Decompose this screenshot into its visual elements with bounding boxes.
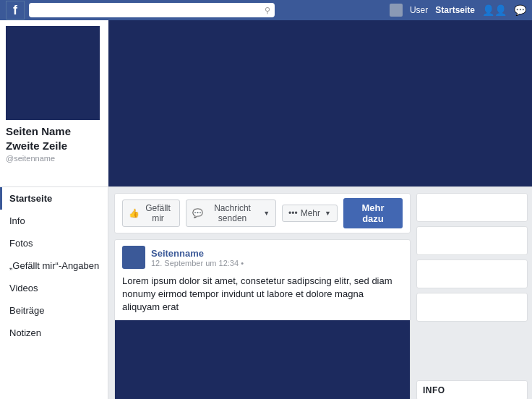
message-button[interactable]: 💬 Nachricht senden ▼ (186, 200, 276, 227)
more-dropdown-arrow: ▼ (325, 210, 331, 217)
user-avatar (390, 4, 403, 17)
right-block-2 (416, 226, 528, 255)
right-block-4 (416, 293, 528, 322)
post-card: Seitenname 12. September um 12:34 • Lore… (114, 239, 411, 399)
thumbs-up-icon: 👍 (129, 208, 140, 218)
page-wrapper: Seiten Name Zweite Zeile @seitenname Sta… (0, 20, 532, 399)
user-label: User (410, 5, 428, 15)
facebook-logo[interactable]: f (6, 1, 25, 20)
sidebar-item-notizen[interactable]: Notizen (0, 322, 108, 344)
left-column: Seiten Name Zweite Zeile @seitenname (0, 20, 108, 186)
post-meta: Seitenname 12. September um 12:34 • (151, 248, 244, 267)
mehr-dazu-button[interactable]: Mehr dazu (343, 198, 403, 228)
sidebar-item-info[interactable]: Info (0, 210, 108, 232)
post-avatar (122, 246, 145, 269)
post-date: 12. September um 12:34 • (151, 259, 244, 267)
like-button[interactable]: 👍 Gefällt mir (122, 200, 180, 227)
top-navigation: f ⚲ User Startseite 👤👤 💬 (0, 0, 532, 20)
page-handle: @seitenname (6, 154, 55, 163)
message-dropdown-arrow: ▼ (263, 210, 270, 217)
search-icon: ⚲ (265, 6, 270, 15)
sidebar-item-fotos[interactable]: Fotos (0, 232, 108, 254)
cover-photo (108, 20, 532, 186)
sidebar-item-startseite[interactable]: Startseite (0, 187, 108, 210)
post-image (115, 320, 410, 399)
info-block: INFO (416, 380, 528, 399)
sidebar-item-beitraege[interactable]: Beiträge (0, 299, 108, 322)
more-button[interactable]: ••• Mehr ▼ (282, 205, 338, 222)
message-icon: 💬 (192, 208, 203, 218)
profile-picture (6, 26, 100, 120)
right-sidebar: INFO (416, 187, 532, 399)
nav-right-area: User Startseite 👤👤 💬 (390, 4, 526, 17)
search-bar[interactable]: ⚲ (29, 3, 275, 17)
messages-icon[interactable]: 💬 (514, 4, 526, 16)
sidebar-item-videos[interactable]: Videos (0, 277, 108, 299)
post-header: Seitenname 12. September um 12:34 • (115, 240, 410, 272)
action-bar: 👍 Gefällt mir 💬 Nachricht senden ▼ ••• M… (114, 193, 411, 233)
right-block-3 (416, 259, 528, 288)
content-area: Startseite Info Fotos „Gefällt mir“-Anga… (0, 187, 532, 399)
friends-icon[interactable]: 👤👤 (482, 4, 507, 16)
sidebar-nav: Startseite Info Fotos „Gefällt mir“-Anga… (0, 187, 108, 399)
more-dots-icon: ••• (288, 208, 298, 218)
page-name: Seiten Name Zweite Zeile (6, 124, 71, 153)
post-text: Lorem ipsum dolor sit amet, consetetur s… (115, 272, 410, 320)
search-input[interactable] (33, 5, 265, 15)
sidebar-item-gefaellt-mir[interactable]: „Gefällt mir“-Angaben (0, 254, 108, 277)
main-content: 👍 Gefällt mir 💬 Nachricht senden ▼ ••• M… (108, 187, 416, 399)
right-block-1 (416, 193, 528, 222)
cover-area: Seiten Name Zweite Zeile @seitenname (0, 20, 532, 186)
home-link[interactable]: Startseite (435, 5, 475, 15)
post-author[interactable]: Seitenname (151, 248, 244, 259)
